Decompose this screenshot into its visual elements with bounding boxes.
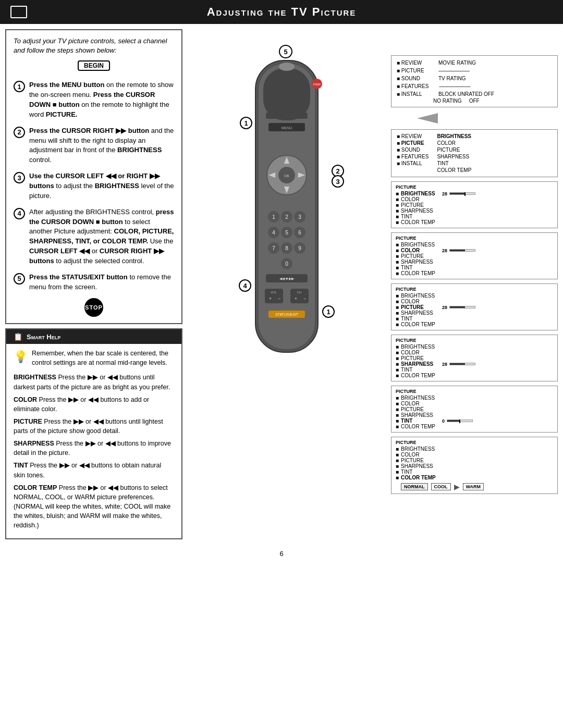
svg-text:7: 7 — [272, 245, 275, 251]
picture-menu-5: PICTURE ■BRIGHTNESS ■COLOR ■PICTURE ■SHA… — [391, 386, 558, 433]
picture-menu-1: PICTURE ■BRIGHTNESS 28 ■COLOR ■PICTURE ■… — [391, 181, 558, 228]
pm-color: COLOR — [437, 140, 471, 146]
smart-help-intro-text: Remember, when the bar scale is centered… — [32, 349, 174, 367]
pm-brightness: BRIGHTNESS — [437, 133, 471, 140]
menu-row-picture: ■ PICTURE —————— — [397, 67, 552, 75]
remote-svg: MENU PWR OK 1 2 — [240, 55, 334, 357]
svg-text:−: − — [278, 296, 280, 301]
pm6-row-tint: ■TINT — [396, 469, 553, 475]
page-number: 6 — [0, 545, 563, 561]
remote-area: 5 MENU PWR — [235, 40, 339, 357]
picture-menu-6: PICTURE ■BRIGHTNESS ■COLOR ■PICTURE ■SHA… — [391, 437, 558, 494]
step-1-number: 1 — [14, 81, 25, 92]
svg-text:+: + — [269, 296, 272, 301]
svg-text:VOL: VOL — [271, 291, 277, 294]
pm5-row-sharpness: ■SHARPNESS — [396, 412, 553, 418]
sm-review: ■ REVIEW — [397, 133, 429, 140]
menu-row-sound: ■ SOUND TV RATING — [397, 75, 552, 82]
step-badge-1-bottom: 1 — [322, 305, 335, 318]
svg-text:STATUS/EXIT: STATUS/EXIT — [275, 313, 299, 316]
pm4-row-color: ■COLOR — [396, 350, 553, 355]
svg-text:6: 6 — [298, 230, 301, 236]
pm2-row-color: ■COLOR 28 — [396, 248, 553, 253]
svg-text:0: 0 — [285, 261, 288, 267]
picture-menu-3: PICTURE ■BRIGHTNESS ■COLOR ■PICTURE 28 ■… — [391, 283, 558, 330]
smart-help-title: Smart Help — [27, 333, 60, 341]
pm1-row-brightness: ■BRIGHTNESS 28 — [396, 191, 553, 196]
svg-marker-48 — [417, 113, 438, 124]
color-temp-selector: NORMAL COOL ▶ WARM — [401, 483, 553, 491]
step-5: 5 Press the STATUS/EXIT button to remove… — [14, 273, 174, 292]
warm-arrow: ▶ — [454, 483, 460, 491]
pm-sharpness: SHARPNESS — [437, 153, 471, 160]
svg-text:CH: CH — [297, 291, 302, 294]
step-4: 4 After adjusting the BRIGHTNESS control… — [14, 207, 174, 266]
pm-picture: PICTURE — [437, 146, 471, 153]
pm1-row-sharpness: ■SHARPNESS — [396, 208, 553, 214]
pm5-row-picture: ■PICTURE — [396, 406, 553, 412]
pm4-row-picture: ■PICTURE — [396, 355, 553, 361]
step-1-text: Press the MENU button on the remote to s… — [29, 80, 174, 119]
stop-badge: STOP — [84, 298, 103, 317]
pm6-row-colortemp: ■COLOR TEMP — [396, 475, 553, 480]
sm-sound: ■ SOUND — [397, 146, 429, 153]
instructions-box: To adjust your TV picture controls, sele… — [5, 29, 182, 324]
sm-install: ■ INSTALL — [397, 160, 429, 167]
intro-text: To adjust your TV picture controls, sele… — [14, 36, 174, 55]
first-menu-screen: ■ REVIEW MOVIE RATING ■ PICTURE —————— ■… — [391, 55, 558, 107]
svg-text:◀◀  ■  ▶▶: ◀◀ ■ ▶▶ — [279, 277, 295, 280]
pm2-title: PICTURE — [396, 236, 553, 241]
menu-row-review: ■ REVIEW MOVIE RATING — [397, 59, 552, 67]
pm6-title: PICTURE — [396, 440, 553, 445]
svg-text:OK: OK — [284, 174, 289, 178]
pm1-row-tint: ■TINT — [396, 214, 553, 219]
left-column: To adjust your TV picture controls, sele… — [5, 29, 182, 539]
pm1-title: PICTURE — [396, 184, 553, 190]
help-item-color: COLOR Press the ▶▶ or ◀◀ buttons to add … — [14, 395, 174, 414]
pm5-row-colortemp: ■COLOR TEMP — [396, 424, 553, 429]
svg-point-3 — [279, 63, 295, 71]
pm6-row-picture: ■PICTURE — [396, 458, 553, 463]
help-item-colortemp: COLOR TEMP Press the ▶▶ or ◀◀ buttons to… — [14, 483, 174, 530]
step-badge-3: 3 — [332, 175, 344, 188]
warm-option[interactable]: WARM — [463, 483, 484, 490]
help-item-picture: PICTURE Press the ▶▶ or ◀◀ buttons until… — [14, 417, 174, 436]
step-3: 3 Use the CURSOR LEFT ◀◀ or RIGHT ▶▶ but… — [14, 171, 174, 201]
svg-text:3: 3 — [298, 214, 301, 220]
smart-help-intro: 💡 Remember, when the bar scale is center… — [14, 349, 174, 367]
pm4-row-sharpness: ■SHARPNESS 28 — [396, 361, 553, 367]
picture-menu-4: PICTURE ■BRIGHTNESS ■COLOR ■PICTURE ■SHA… — [391, 335, 558, 381]
step-3-number: 3 — [14, 172, 25, 183]
pm3-row-sharpness: ■SHARPNESS — [396, 310, 553, 316]
picture-menu-2: PICTURE ■BRIGHTNESS ■COLOR 28 ■PICTURE ■… — [391, 232, 558, 279]
second-menu-left: ■ REVIEW ■ PICTURE ■ SOUND ■ FEATURES ■ … — [397, 133, 429, 174]
page-header: Adjusting the TV Picture — [0, 0, 563, 24]
cool-option[interactable]: COOL — [431, 483, 451, 490]
pm5-row-tint: ■TINT 0 — [396, 418, 553, 424]
pm2-row-tint: ■TINT — [396, 265, 553, 270]
help-item-tint: TINT Press the ▶▶ or ◀◀ buttons to obtai… — [14, 461, 174, 479]
svg-rect-8 — [266, 113, 308, 119]
pm2-row-brightness: ■BRIGHTNESS — [396, 242, 553, 248]
pm-tint: TINT — [437, 160, 471, 167]
normal-option[interactable]: NORMAL — [401, 483, 428, 490]
step-badge-1: 1 — [240, 117, 252, 129]
pm6-row-sharpness: ■SHARPNESS — [396, 463, 553, 469]
step-2-number: 2 — [14, 127, 25, 138]
second-menu-right: BRIGHTNESS COLOR PICTURE SHARPNESS TINT … — [437, 133, 471, 174]
tv-icon — [10, 6, 27, 18]
pm1-row-color: ■COLOR — [396, 196, 553, 202]
menu-row-install: ■ INSTALL BLOCK UNRATED OFF — [397, 90, 552, 98]
note-icon: 📋 — [14, 332, 22, 341]
step-4-number: 4 — [14, 208, 25, 219]
pm1-row-picture: ■PICTURE — [396, 202, 553, 208]
pm2-row-colortemp: ■COLOR TEMP — [396, 270, 553, 276]
step-5-number: 5 — [14, 273, 25, 285]
pm4-row-tint: ■TINT — [396, 367, 553, 373]
step-badge-5-top: 5 — [279, 45, 292, 58]
pm6-row-color: ■COLOR — [396, 452, 553, 458]
pm4-title: PICTURE — [396, 338, 553, 343]
pm4-row-brightness: ■BRIGHTNESS — [396, 344, 553, 350]
second-menu-screen: ■ REVIEW ■ PICTURE ■ SOUND ■ FEATURES ■ … — [391, 129, 558, 177]
pm3-row-brightness: ■BRIGHTNESS — [396, 293, 553, 299]
